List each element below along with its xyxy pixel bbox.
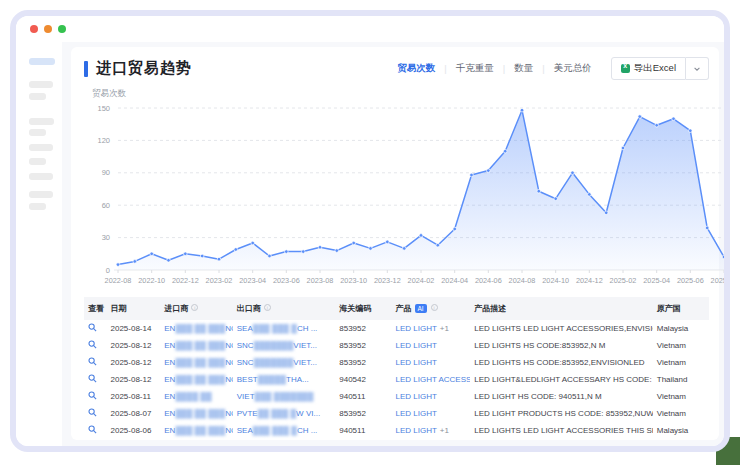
product-cell: LED LIGHT bbox=[392, 405, 471, 422]
description-cell: LED LIGHTS HS CODE:853952,N M bbox=[470, 337, 653, 354]
importer-cell: EN███ ██ ███NG L... bbox=[160, 354, 233, 371]
product-link[interactable]: LED LIGHT ACCESSORY bbox=[396, 375, 471, 384]
date-cell: 2025-08-07 bbox=[107, 405, 161, 422]
product-extra-count: +1 bbox=[440, 426, 449, 435]
date-cell: 2025-08-06 bbox=[107, 422, 161, 439]
product-cell: LED LIGHT bbox=[392, 388, 471, 405]
company-link[interactable]: EN████ ██ bbox=[164, 392, 211, 401]
product-link[interactable]: LED LIGHT bbox=[396, 392, 437, 401]
importer-cell: EN███ ██ ███NG L... bbox=[160, 405, 233, 422]
svg-text:2025-08: 2025-08 bbox=[711, 276, 730, 285]
company-link[interactable]: EN███ ██ ███NG L... bbox=[164, 341, 233, 350]
hs-code-cell: 853952 bbox=[335, 337, 391, 354]
company-link[interactable]: BEST█████THA... bbox=[237, 375, 309, 384]
sidebar-nav-item[interactable] bbox=[29, 158, 46, 165]
svg-text:2022-12: 2022-12 bbox=[172, 276, 199, 285]
trend-card: 进口贸易趋势 贸易次数 | 千克重量 | 数量 | 美元总价 导出Excel bbox=[71, 47, 719, 440]
hs-code-cell: 940511 bbox=[335, 422, 391, 439]
company-link[interactable]: SEA███ ███ █CH ... bbox=[237, 426, 318, 435]
export-excel-button[interactable]: 导出Excel bbox=[611, 57, 686, 80]
hs-code-cell: 940511 bbox=[335, 388, 391, 405]
magnifier-icon[interactable] bbox=[88, 425, 97, 434]
product-link[interactable]: LED LIGHT bbox=[396, 341, 437, 350]
sidebar-nav-item[interactable] bbox=[29, 129, 46, 136]
window-close-button[interactable] bbox=[30, 25, 38, 33]
sidebar-nav-item[interactable] bbox=[29, 191, 53, 198]
company-link[interactable]: EN███ ██ ███NG L... bbox=[164, 324, 233, 333]
table-row: 2025-08-06EN███ ██ ███NG L...SEA███ ███ … bbox=[84, 422, 709, 439]
product-cell: LED LIGHT+1 bbox=[392, 320, 471, 337]
exporter-cell: SNC███████VIET... bbox=[233, 337, 336, 354]
hs-code-cell: 940542 bbox=[335, 371, 391, 388]
trade-table-body: 2025-08-14EN███ ██ ███NG L...SEA███ ███ … bbox=[84, 320, 709, 439]
info-icon[interactable]: i bbox=[191, 304, 198, 311]
date-cell: 2025-08-14 bbox=[107, 320, 161, 337]
svg-text:2025-04: 2025-04 bbox=[643, 276, 670, 285]
magnifier-icon[interactable] bbox=[88, 340, 97, 349]
svg-text:2024-10: 2024-10 bbox=[542, 276, 569, 285]
card-header: 进口贸易趋势 贸易次数 | 千克重量 | 数量 | 美元总价 导出Excel bbox=[84, 57, 709, 80]
company-link[interactable]: VIET███ ███████ bbox=[237, 392, 314, 401]
company-link[interactable]: SNC███████VIET... bbox=[237, 341, 317, 350]
product-link[interactable]: LED LIGHT bbox=[396, 324, 437, 333]
importer-cell: EN███ ██ ███NG L... bbox=[160, 371, 233, 388]
sidebar-nav-item[interactable] bbox=[29, 173, 53, 180]
window-minimize-button[interactable] bbox=[44, 25, 52, 33]
tab-quantity[interactable]: 数量 bbox=[505, 62, 542, 75]
svg-text:30: 30 bbox=[102, 233, 110, 242]
tab-kg-weight[interactable]: 千克重量 bbox=[447, 62, 503, 75]
view-cell bbox=[84, 354, 107, 371]
svg-text:2023-02: 2023-02 bbox=[206, 276, 233, 285]
exporter-cell: SEA███ ███ █CH ... bbox=[233, 422, 336, 439]
tab-trade-count[interactable]: 贸易次数 bbox=[388, 62, 444, 75]
company-link[interactable]: EN███ ██ ███NG L... bbox=[164, 409, 233, 418]
company-link[interactable]: EN███ ██ ███NG L... bbox=[164, 426, 233, 435]
sidebar-nav-item[interactable] bbox=[29, 81, 53, 88]
magnifier-icon[interactable] bbox=[88, 323, 97, 332]
origin-cell: Vietnam bbox=[653, 405, 709, 422]
product-link[interactable]: LED LIGHT bbox=[396, 409, 437, 418]
sidebar-nav-item[interactable] bbox=[29, 144, 53, 151]
company-link[interactable]: SNC███████VIET... bbox=[237, 358, 317, 367]
chevron-down-icon bbox=[693, 65, 701, 73]
table-row: 2025-08-14EN███ ██ ███NG L...SEA███ ███ … bbox=[84, 320, 709, 337]
hs-code-cell: 853952 bbox=[335, 405, 391, 422]
sidebar-nav-item[interactable] bbox=[29, 203, 46, 210]
info-icon[interactable]: i bbox=[264, 304, 271, 311]
main-content: 进口贸易趋势 贸易次数 | 千克重量 | 数量 | 美元总价 导出Excel bbox=[62, 42, 724, 446]
company-link[interactable]: PVTE██ ███ █W VI... bbox=[237, 409, 320, 418]
col-origin-country: 原产国 bbox=[653, 297, 709, 320]
sidebar-nav-item[interactable] bbox=[29, 118, 54, 125]
info-icon[interactable]: i bbox=[431, 304, 438, 311]
origin-cell: Thailand bbox=[653, 371, 709, 388]
redacted-company-text: ███████ bbox=[254, 341, 294, 350]
product-link[interactable]: LED LIGHT bbox=[396, 426, 437, 435]
col-hs-code: 海关编码 bbox=[335, 297, 391, 320]
product-cell: LED LIGHT ACCESSORY bbox=[392, 371, 471, 388]
trend-area-chart[interactable]: 03060901201502022-082022-102022-122023-0… bbox=[84, 100, 730, 292]
redacted-company-text: ███ ██ ███ bbox=[175, 375, 225, 384]
magnifier-icon[interactable] bbox=[88, 357, 97, 366]
redacted-company-text: ███ ███ █ bbox=[253, 426, 297, 435]
date-cell: 2025-08-12 bbox=[107, 371, 161, 388]
col-importer: 进口商i bbox=[160, 297, 233, 320]
export-dropdown-button[interactable] bbox=[686, 57, 709, 80]
origin-cell: Vietnam bbox=[653, 337, 709, 354]
magnifier-icon[interactable] bbox=[88, 408, 97, 417]
magnifier-icon[interactable] bbox=[88, 391, 97, 400]
product-link[interactable]: LED LIGHT bbox=[396, 358, 437, 367]
company-link[interactable]: SEA███ ███ █CH ... bbox=[237, 324, 318, 333]
col-product: 产品AIi bbox=[392, 297, 471, 320]
magnifier-icon[interactable] bbox=[88, 374, 97, 383]
sidebar-nav-item[interactable] bbox=[29, 93, 46, 100]
svg-text:2025-06: 2025-06 bbox=[677, 276, 704, 285]
origin-cell: Vietnam bbox=[653, 388, 709, 405]
company-link[interactable]: EN███ ██ ███NG L... bbox=[164, 375, 233, 384]
table-row: 2025-08-07EN███ ██ ███NG L...PVTE██ ███ … bbox=[84, 405, 709, 422]
company-link[interactable]: EN███ ██ ███NG L... bbox=[164, 358, 233, 367]
sidebar-nav-item-active[interactable] bbox=[29, 58, 55, 65]
view-cell bbox=[84, 371, 107, 388]
svg-text:150: 150 bbox=[97, 104, 110, 113]
window-zoom-button[interactable] bbox=[58, 25, 66, 33]
tab-usd-total[interactable]: 美元总价 bbox=[545, 62, 601, 75]
